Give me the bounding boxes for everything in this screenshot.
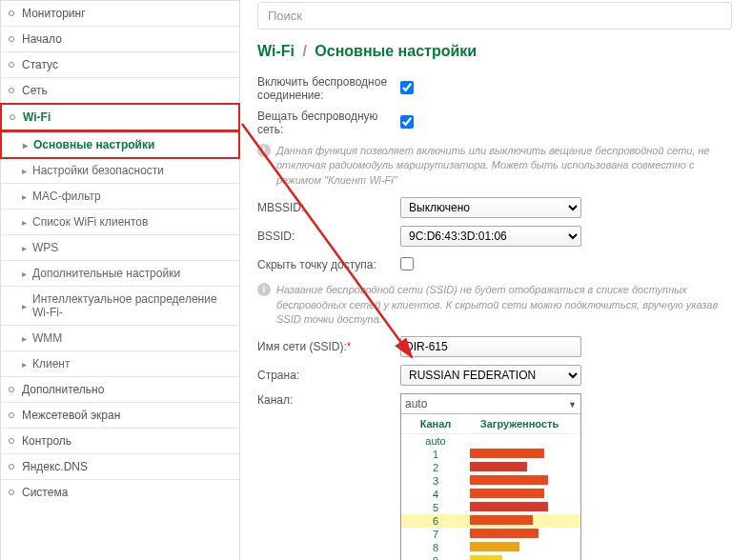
channel-option-1[interactable]: 1 — [401, 448, 580, 461]
chevron-right-icon: ▸ — [22, 243, 27, 253]
channel-num: 1 — [407, 449, 464, 460]
channel-num: 4 — [407, 489, 464, 500]
chevron-right-icon: ▸ — [22, 191, 27, 202]
nav-sub-item-5[interactable]: ▸Дополнительные настройки — [1, 261, 239, 287]
hide-ap-label: Скрыть точку доступа: — [257, 258, 400, 271]
load-bar-wrap — [464, 489, 575, 500]
nav-item-label: Дополнительно — [22, 383, 104, 396]
enable-wireless-label: Включить беспроводное соединение: — [257, 75, 400, 102]
breadcrumb-sep: / — [302, 43, 306, 59]
channel-option-4[interactable]: 4 — [401, 488, 580, 501]
bullet-icon — [9, 36, 14, 42]
channel-option-5[interactable]: 5 — [401, 501, 580, 514]
nav-sub-item-label: Основные настройки — [33, 138, 154, 151]
broadcast-label: Вещать беспроводную сеть: — [257, 110, 400, 136]
nav-item-9[interactable]: Система — [1, 480, 239, 505]
bullet-icon — [9, 438, 14, 444]
broadcast-checkbox[interactable] — [400, 115, 414, 129]
broadcast-hint: i Данная функция позволяет включить или … — [257, 144, 732, 188]
chevron-right-icon: ▸ — [22, 269, 27, 279]
load-bar — [470, 462, 527, 471]
nav-sub-item-label: Дополнительные настройки — [32, 267, 180, 280]
load-bar — [470, 489, 544, 498]
nav-item-label: Контроль — [22, 434, 71, 448]
ssid-input[interactable] — [400, 336, 581, 357]
load-bar-wrap — [464, 529, 575, 540]
nav-sub-item-label: Список WiFi клиентов — [32, 215, 148, 229]
load-bar — [470, 449, 544, 458]
channel-num: 3 — [407, 475, 464, 487]
mbssid-label: MBSSID: — [257, 201, 400, 214]
load-bar-wrap — [464, 515, 575, 527]
nav-sub-item-1[interactable]: ▸Настройки безопасности — [1, 158, 239, 184]
mbssid-select[interactable]: Выключено — [400, 197, 581, 218]
nav-item-1[interactable]: Начало — [1, 27, 239, 52]
nav-item-label: Начало — [22, 32, 62, 46]
breadcrumb-page: Основные настройки — [315, 43, 477, 59]
load-bar — [470, 475, 548, 485]
channel-option-6[interactable]: 6 — [401, 514, 580, 528]
main-content: Поиск Wi-Fi / Основные настройки Включит… — [240, 0, 732, 560]
load-bar-wrap — [464, 555, 575, 560]
bullet-icon — [9, 62, 14, 68]
channel-select[interactable]: auto Канал Загруженность auto12345678910… — [400, 393, 581, 560]
search-input[interactable]: Поиск — [257, 2, 732, 30]
channel-option-8[interactable]: 8 — [401, 541, 580, 554]
channel-option-2[interactable]: 2 — [401, 461, 580, 474]
channel-option-auto[interactable]: auto — [401, 434, 580, 448]
nav-item-6[interactable]: Межсетевой экран — [1, 403, 239, 429]
load-bar — [470, 502, 548, 511]
nav-sub-item-0[interactable]: ▸Основные настройки — [0, 130, 240, 159]
nav-sub-item-7[interactable]: ▸WMM — [1, 326, 239, 351]
nav-item-2[interactable]: Статус — [1, 52, 239, 78]
nav-sub-item-4[interactable]: ▸WPS — [1, 235, 239, 261]
nav-sub-item-2[interactable]: ▸MAC-фильтр — [1, 184, 239, 210]
nav-item-5[interactable]: Дополнительно — [1, 377, 239, 403]
hide-ap-hint: i Название беспроводной сети (SSID) не б… — [257, 283, 732, 327]
info-icon: i — [257, 283, 271, 296]
nav-sub-item-8[interactable]: ▸Клиент — [1, 351, 239, 377]
load-bar — [470, 542, 519, 551]
broadcast-hint-text: Данная функция позволяет включить или вы… — [276, 144, 732, 188]
nav-item-label: Wi-Fi — [23, 110, 51, 124]
bullet-icon — [9, 387, 14, 392]
nav-item-7[interactable]: Контроль — [1, 429, 239, 454]
nav-sub-item-6[interactable]: ▸Интеллектуальное распределение Wi-Fi- — [1, 287, 239, 326]
channel-label: Канал: — [257, 393, 400, 407]
hide-ap-checkbox[interactable] — [400, 257, 414, 270]
info-icon: i — [257, 144, 271, 157]
channel-option-3[interactable]: 3 — [401, 474, 580, 488]
load-bar — [470, 555, 502, 560]
nav-item-3[interactable]: Сеть — [1, 78, 239, 104]
channel-num: 5 — [407, 502, 464, 513]
channel-option-7[interactable]: 7 — [401, 528, 580, 541]
bullet-icon — [9, 490, 14, 495]
channel-num: 6 — [407, 515, 464, 527]
country-label: Страна: — [257, 369, 400, 382]
channel-selected-value[interactable]: auto — [401, 394, 580, 413]
nav-item-label: Статус — [22, 58, 58, 71]
country-select[interactable]: RUSSIAN FEDERATION — [400, 365, 581, 386]
nav-sub-item-3[interactable]: ▸Список WiFi клиентов — [1, 210, 239, 235]
chevron-right-icon: ▸ — [22, 359, 27, 370]
load-bar-wrap — [464, 502, 575, 513]
nav-item-label: Сеть — [22, 84, 48, 97]
chevron-right-icon: ▸ — [22, 166, 27, 176]
sidebar: МониторингНачалоСтатусСетьWi-Fi▸Основные… — [0, 0, 240, 560]
breadcrumb-section: Wi-Fi — [257, 43, 295, 59]
enable-wireless-checkbox[interactable] — [400, 81, 414, 94]
breadcrumb: Wi-Fi / Основные настройки — [257, 43, 732, 60]
bullet-icon — [9, 464, 14, 470]
nav-item-label: Яндекс.DNS — [22, 460, 88, 473]
load-bar — [470, 515, 533, 525]
channel-option-9[interactable]: 9 — [401, 554, 580, 560]
nav-sub-item-label: MAC-фильтр — [32, 190, 101, 203]
nav-item-4[interactable]: Wi-Fi — [0, 103, 240, 131]
dd-header-channel: Канал — [407, 418, 464, 430]
nav-sub-item-label: WMM — [32, 331, 62, 345]
nav-item-label: Мониторинг — [22, 7, 86, 20]
bssid-select[interactable]: 9C:D6:43:3D:01:06 — [400, 226, 581, 247]
nav-item-8[interactable]: Яндекс.DNS — [1, 454, 239, 480]
load-bar-wrap — [464, 449, 575, 460]
nav-item-0[interactable]: Мониторинг — [1, 1, 239, 27]
